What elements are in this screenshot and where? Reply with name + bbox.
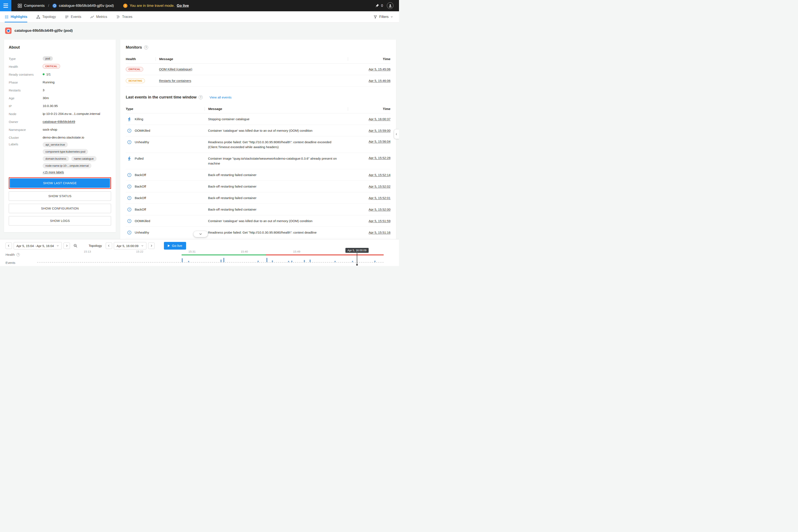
range-prev-button[interactable] (5, 243, 12, 249)
events-histogram (37, 239, 384, 262)
event-row: OOMKilled Container 'catalogue' was kill… (126, 125, 391, 136)
event-time-link[interactable]: Apr 5, 15:51:59 (368, 219, 391, 223)
event-time-link[interactable]: Apr 5, 15:52:01 (368, 196, 391, 200)
event-time-link[interactable]: Apr 5, 15:52:28 (368, 156, 391, 160)
event-row: Pulled Container image "quay.io/stacksta… (126, 153, 391, 169)
monitor-link[interactable]: Restarts for containers (159, 79, 191, 82)
show-status-button[interactable]: SHOW STATUS (9, 191, 111, 201)
top-bar: Components / catalogue-69b58cb649-gjl5v … (0, 0, 399, 11)
label-chip: api_service:true (43, 142, 68, 147)
tab-label: Topology (42, 15, 56, 19)
details-panel: Monitors ? Health Message Time CRITICAL … (120, 40, 396, 239)
cursor-tooltip: Apr 5, 16:00:09 (345, 248, 368, 253)
event-bar (182, 258, 183, 262)
monitor-time-link[interactable]: Apr 5, 15:46:06 (368, 79, 391, 82)
view-all-events-link[interactable]: View all events (210, 95, 231, 99)
event-row: Killing Stopping container catalogue Apr… (126, 113, 391, 125)
tab-traces[interactable]: Traces (116, 11, 132, 22)
events-icon (65, 15, 69, 19)
about-title: About (9, 45, 111, 50)
health-row-label: Health ? (5, 253, 20, 256)
alert-circle-icon (127, 184, 132, 189)
about-row-ip: IP 10.0.30.95 (9, 102, 111, 109)
event-bar (258, 261, 259, 262)
page-header: catalogue-69b58cb649-gjl5v (pod) (5, 27, 73, 34)
about-row-cluster: Cluster demo-dev.demo.stackstate.io (9, 134, 111, 140)
status-badge: DEVIATING (126, 78, 145, 83)
pod-critical-icon (5, 27, 12, 34)
entity-name: catalogue-69b58cb649-gjl5v (pod) (59, 4, 114, 8)
event-bar (223, 258, 225, 262)
about-row-restarts: Restarts 3 (9, 87, 111, 93)
about-row-age: Age 30m (9, 95, 111, 101)
event-bar (304, 260, 305, 262)
timeline-plot[interactable]: 15:1315:2215:3115:4015:49 Apr 5, 16:00:0… (37, 239, 384, 266)
event-bar (291, 261, 292, 262)
show-configuration-button[interactable]: SHOW CONFIGURATION (9, 204, 111, 213)
tab-topology[interactable]: Topology (36, 11, 56, 22)
event-time-link[interactable]: Apr 5, 15:52:00 (368, 208, 391, 211)
breadcrumb-entity[interactable]: catalogue-69b58cb649-gjl5v (pod) (53, 4, 114, 8)
monitor-row: CRITICAL OOM Killed (catalogue) Apr 5, 1… (126, 63, 391, 75)
event-bar (288, 261, 289, 262)
collapse-panel-handle[interactable] (394, 129, 399, 139)
event-row: OOMKilled Container 'catalogue' was kill… (126, 215, 391, 227)
event-bar (352, 261, 353, 262)
label-chip: component-type:kubernetes-pod (43, 149, 88, 154)
go-live-link[interactable]: Go live (177, 4, 189, 8)
event-bar (272, 261, 273, 262)
event-time-link[interactable]: Apr 5, 16:00:37 (368, 117, 391, 121)
chevron-down-icon (391, 16, 393, 18)
help-icon[interactable]: ? (144, 45, 148, 50)
event-time-link[interactable]: Apr 5, 15:56:04 (368, 139, 391, 143)
event-time-link[interactable]: Apr 5, 15:52:14 (368, 173, 391, 177)
event-time-link[interactable]: Apr 5, 15:52:02 (368, 185, 391, 188)
traces-icon (116, 15, 120, 19)
runner-icon (127, 117, 132, 121)
breadcrumb-separator: / (48, 4, 49, 8)
show-logs-button[interactable]: SHOW LOGS (9, 216, 111, 226)
monitor-link[interactable]: OOM Killed (catalogue) (159, 68, 192, 71)
about-row-ready: Ready containers 1/1 (9, 71, 111, 77)
about-row-health: Health CRITICAL (9, 63, 111, 70)
user-avatar-icon[interactable] (387, 2, 394, 9)
warning-icon: ! (123, 4, 128, 8)
filters-button[interactable]: Filters (374, 11, 393, 22)
alert-circle-icon (127, 230, 132, 235)
green-dot-icon (43, 73, 44, 75)
event-row: Unhealthy Readiness probe failed: Get "h… (126, 136, 391, 153)
health-critical-badge: CRITICAL (43, 64, 60, 69)
tab-metrics[interactable]: Metrics (90, 11, 107, 22)
alert-circle-icon (127, 196, 132, 201)
pod-icon (53, 4, 57, 8)
tab-events[interactable]: Events (65, 11, 81, 22)
owner-link[interactable]: catalogue-69b58cb649 (43, 120, 75, 124)
events-title: Last events in the current time window (126, 95, 196, 99)
event-time-link[interactable]: Apr 5, 15:51:16 (368, 231, 391, 234)
events-baseline (37, 262, 384, 263)
label-chip: name:catalogue (71, 156, 97, 162)
tab-label: Traces (122, 15, 132, 19)
alert-circle-icon (127, 140, 132, 145)
help-icon[interactable]: ? (16, 253, 20, 256)
about-row-namespace: Namespace sock-shop (9, 126, 111, 133)
about-row-node: Node ip-10-0-21-204.eu-w...1.compute.int… (9, 110, 111, 117)
pin-icon (375, 4, 379, 8)
event-bar (266, 258, 267, 262)
event-bar (375, 261, 376, 262)
about-row-labels: Labels api_service:true component-type:k… (9, 142, 111, 174)
cursor-line (357, 253, 357, 265)
hamburger-menu-button[interactable] (0, 0, 11, 11)
breadcrumb-components[interactable]: Components (18, 4, 44, 8)
event-bar (310, 260, 311, 262)
help-icon[interactable]: ? (198, 95, 203, 99)
breadcrumb-label: Components (24, 4, 44, 8)
scroll-down-button[interactable] (193, 231, 208, 237)
event-time-link[interactable]: Apr 5, 15:59:00 (368, 129, 391, 132)
show-last-change-button[interactable]: SHOW LAST CHANGE (10, 178, 110, 188)
tab-highlights[interactable]: Highlights (5, 11, 27, 22)
more-labels-link[interactable]: +15 more labels (43, 171, 109, 174)
monitor-time-link[interactable]: Apr 5, 15:45:06 (368, 68, 391, 71)
pin-counter[interactable]: 0 (375, 4, 383, 8)
breadcrumb: Components / catalogue-69b58cb649-gjl5v … (18, 4, 114, 8)
